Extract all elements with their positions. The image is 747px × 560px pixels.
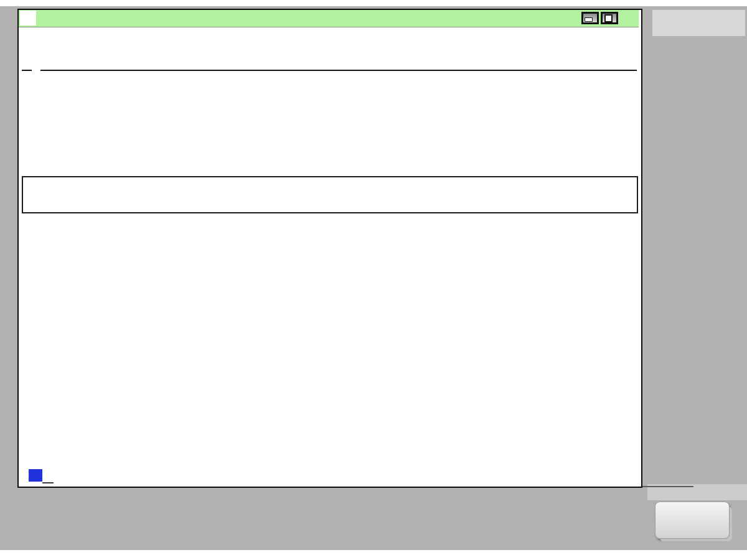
divider-rule <box>40 70 637 71</box>
window-titlebar <box>19 10 639 27</box>
trace-status-indicator <box>29 469 54 483</box>
maximize-icon <box>604 14 613 22</box>
section-divider <box>22 70 637 71</box>
spectrum-plot <box>100 228 635 446</box>
datetime-display <box>652 10 745 36</box>
trace-mode-wrap <box>42 469 54 483</box>
maximize-button[interactable] <box>601 12 618 24</box>
minimize-button[interactable] <box>581 12 599 24</box>
app-logo-icon <box>20 11 36 26</box>
osa-screen <box>0 0 747 560</box>
spectrum-trace-svg <box>100 228 635 446</box>
divider-dash <box>22 70 32 71</box>
trace-letter-badge <box>29 469 42 482</box>
sweep-conditions-box <box>22 176 638 213</box>
more-tabs-button[interactable] <box>655 502 730 539</box>
minimize-icon <box>585 17 593 22</box>
